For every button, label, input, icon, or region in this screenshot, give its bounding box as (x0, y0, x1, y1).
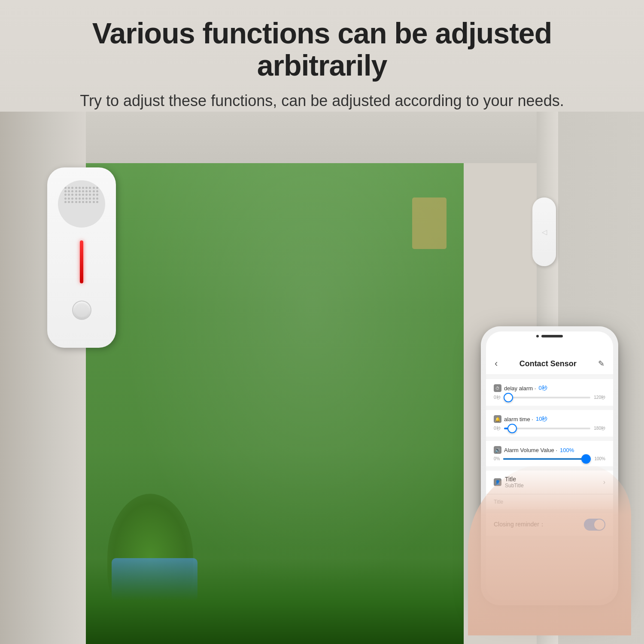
indicator-light (80, 240, 83, 283)
alarm-time-icon: 🔔 (494, 415, 501, 423)
alarm-time-max: 180秒 (594, 425, 605, 431)
delay-alarm-value: 0秒 (538, 384, 547, 392)
app-title: Contact Sensor (519, 359, 577, 368)
sub-title: Try to adjust these functions, can be ad… (26, 90, 618, 112)
alarm-device (47, 167, 116, 348)
main-title: Various functions can be adjusted arbitr… (26, 17, 618, 82)
delay-alarm-setting: ⏱ delay alarm · 0秒 0秒 120秒 (486, 379, 613, 406)
alarm-time-min: 0秒 (494, 425, 501, 431)
green-bushes (86, 558, 464, 644)
delay-alarm-min: 0秒 (494, 395, 501, 401)
speaker-bar (541, 335, 563, 337)
outdoor-furniture (412, 197, 447, 249)
door-sensor (532, 197, 556, 266)
alarm-volume-slider-container: 0% 100% (494, 456, 605, 461)
delay-alarm-thumb[interactable] (504, 393, 513, 402)
delay-alarm-track[interactable] (504, 397, 591, 398)
alarm-time-label: 🔔 alarm time · 10秒 (494, 415, 605, 423)
camera-dot (536, 335, 539, 337)
delay-alarm-max: 120秒 (594, 395, 605, 401)
back-button[interactable]: ‹ (495, 358, 498, 369)
delay-alarm-icon: ⏱ (494, 384, 501, 392)
separator-2 (486, 437, 613, 441)
edit-button[interactable]: ✎ (598, 359, 605, 368)
delay-alarm-label: ⏱ delay alarm · 0秒 (494, 384, 605, 392)
alarm-volume-label: 🔊 Alarm Volume Value · 100% (494, 446, 605, 454)
delay-alarm-slider-container: 0秒 120秒 (494, 395, 605, 401)
alarm-volume-thumb[interactable] (581, 454, 591, 464)
header-section: Various functions can be adjusted arbitr… (26, 17, 618, 112)
alarm-time-text: alarm time · (504, 416, 533, 422)
door-frame-top (77, 112, 558, 163)
alarm-volume-text: Alarm Volume Value · (504, 447, 557, 453)
door-opening (86, 163, 464, 644)
alarm-time-value: 10秒 (536, 415, 547, 423)
separator-1 (486, 407, 613, 410)
door-scene: ‹ Contact Sensor ✎ ⏱ delay alarm · 0秒 (0, 112, 644, 644)
alarm-volume-setting: 🔊 Alarm Volume Value · 100% 0% 100% (486, 441, 613, 466)
status-dots (536, 335, 563, 337)
alarm-volume-icon: 🔊 (494, 446, 501, 454)
speaker-grille (58, 180, 105, 228)
app-header: ‹ Contact Sensor ✎ (486, 353, 613, 375)
alarm-volume-max: 100% (594, 456, 605, 461)
phone-container: ‹ Contact Sensor ✎ ⏱ delay alarm · 0秒 (468, 326, 631, 635)
device-button[interactable] (72, 301, 91, 320)
alarm-time-setting: 🔔 alarm time · 10秒 0秒 180秒 (486, 410, 613, 437)
hand-background (468, 464, 631, 635)
alarm-volume-track[interactable] (503, 458, 591, 460)
alarm-time-thumb[interactable] (507, 424, 517, 433)
delay-alarm-text: delay alarm · (504, 385, 536, 392)
alarm-volume-min: 0% (494, 456, 500, 461)
alarm-volume-value: 100% (560, 447, 574, 453)
alarm-time-slider-container: 0秒 180秒 (494, 425, 605, 431)
alarm-time-track[interactable] (504, 428, 591, 429)
alarm-volume-fill (503, 458, 591, 460)
status-bar (486, 331, 613, 353)
